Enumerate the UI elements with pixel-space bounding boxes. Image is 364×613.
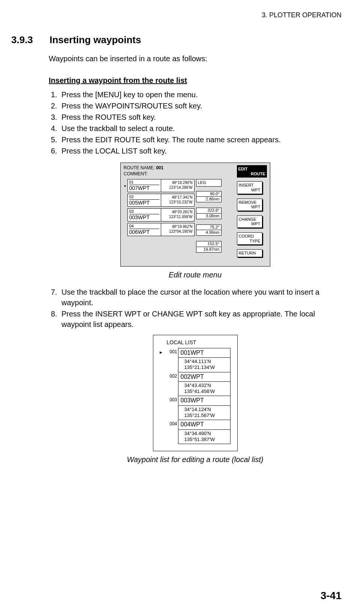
local-item-coords: 34°43.432'N 135°41.456'W	[178, 382, 230, 396]
leg-header: LEG	[196, 179, 222, 186]
softkey-change-wpt[interactable]: CHANGE WPT	[237, 215, 262, 228]
steps-list-1: Press the [MENU] key to open the menu. P…	[49, 89, 342, 156]
wpt-name: 006WPT	[129, 229, 159, 235]
pointer-icon: ▸	[124, 179, 127, 192]
wpt-coords: 48°17.341'N 123°10.232'W	[161, 194, 195, 207]
steps-list-2: Use the trackball to place the cursor at…	[49, 287, 342, 330]
local-item-coords: 34°34.490'N 135°51.387'W	[178, 430, 230, 444]
wpt-seq: 03	[129, 209, 159, 214]
softkey-insert-wpt[interactable]: INSERT WPT	[237, 181, 262, 194]
local-list-row[interactable]: 004 004WPT 34°34.490'N 135°51.387'W	[158, 420, 231, 444]
figure-local-list: LOCAL LIST ▸ 001 001WPT 34°44.111'N 135°…	[153, 335, 238, 451]
softkey-return[interactable]: RETURN	[237, 249, 262, 257]
local-item-num: 004	[165, 420, 178, 427]
step-item: Use the trackball to select a route.	[59, 123, 342, 134]
route-header: ROUTE NAME: 001 COMMENT:	[124, 165, 234, 177]
local-item-name: 004WPT	[178, 420, 230, 429]
wpt-coords: 48°18.290'N 123°14.286'W	[161, 179, 195, 192]
wpt-coords: 48°20.261'N 123°11.658'W	[161, 208, 195, 221]
wpt-name: 005WPT	[129, 200, 159, 206]
step-item: Use the trackball to place the cursor at…	[59, 287, 342, 308]
section-heading: 3.9.3 Inserting waypoints	[11, 34, 342, 46]
figure-caption-1: Edit route menu	[49, 270, 342, 280]
wpt-coords: 48°19.862'N 123°04.190'W	[161, 223, 195, 236]
page-number: 3-41	[321, 590, 342, 602]
route-name-label: ROUTE NAME:	[124, 165, 156, 170]
leg-box: 90.0° 2.86nm	[196, 191, 222, 203]
local-list-row[interactable]: 003 003WPT 34°14.124'N 135°21.567'W	[158, 396, 231, 420]
local-item-name: 001WPT	[178, 348, 230, 358]
figure-caption-2: Waypoint list for editing a route (local…	[49, 454, 342, 465]
step-item: Press the [MENU] key to open the menu.	[59, 89, 342, 100]
softkey-coord-type[interactable]: COORD TYPE	[237, 232, 262, 245]
local-item-num: 002	[165, 372, 178, 380]
step-item: Press the WAYPOINTS/ROUTES soft key.	[59, 101, 342, 111]
route-name-value: 001	[156, 165, 163, 170]
intro-text: Waypoints can be inserted in a route as …	[49, 53, 342, 64]
wpt-seq: 01	[129, 180, 159, 185]
local-item-coords: 34°44.111'N 135°21.134'W	[178, 358, 230, 372]
section-title: Inserting waypoints	[49, 34, 141, 45]
running-header: 3. PLOTTER OPERATION	[11, 11, 342, 19]
subheading-insert-from-list: Inserting a waypoint from the route list	[49, 75, 342, 86]
softkey-title: EDIT ROUTE	[237, 165, 267, 178]
local-list-row[interactable]: 002 002WPT 34°43.432'N 135°41.456'W	[158, 372, 231, 396]
route-row[interactable]: ▸ 01 007WPT 48°18.290'N 123°14.286'W	[124, 179, 195, 192]
local-list-row[interactable]: ▸ 001 001WPT 34°44.111'N 135°21.134'W	[158, 348, 231, 372]
local-item-num: 003	[165, 396, 178, 403]
route-row[interactable]: 02 005WPT 48°17.341'N 123°10.232'W	[124, 194, 195, 207]
local-item-num: 001	[165, 348, 178, 355]
step-item: Press the ROUTES soft key.	[59, 112, 342, 122]
local-item-coords: 34°14.124'N 135°21.567'W	[178, 406, 230, 420]
step-item: Press the INSERT WPT or CHANGE WPT soft …	[59, 309, 342, 330]
figure-edit-route: ROUTE NAME: 001 COMMENT: ▸ 01 007WP	[120, 163, 270, 267]
leg-box: 322.6° 3.08nm	[196, 208, 222, 219]
local-list-title: LOCAL LIST	[167, 339, 231, 346]
leg-box: 152.5° 19.87nm	[196, 241, 222, 253]
step-item: Press the EDIT ROUTE soft key. The route…	[59, 134, 342, 145]
leg-box: 75.2° 4.99nm	[196, 224, 222, 236]
local-item-name: 002WPT	[178, 372, 230, 382]
step-item: Press the LOCAL LIST soft key.	[59, 146, 342, 156]
softkey-remove-wpt[interactable]: REMOVE WPT	[237, 199, 262, 211]
wpt-seq: 02	[129, 194, 159, 200]
local-item-name: 003WPT	[178, 396, 230, 405]
route-row[interactable]: 04 006WPT 48°19.862'N 123°04.190'W	[124, 223, 195, 236]
wpt-name: 007WPT	[129, 185, 159, 191]
pointer-icon: ▸	[158, 348, 165, 356]
wpt-seq: 04	[129, 224, 159, 229]
route-row[interactable]: 03 003WPT 48°20.261'N 123°11.658'W	[124, 208, 195, 221]
wpt-name: 003WPT	[129, 214, 159, 221]
comment-label: COMMENT:	[124, 171, 148, 176]
section-number: 3.9.3	[11, 34, 47, 46]
